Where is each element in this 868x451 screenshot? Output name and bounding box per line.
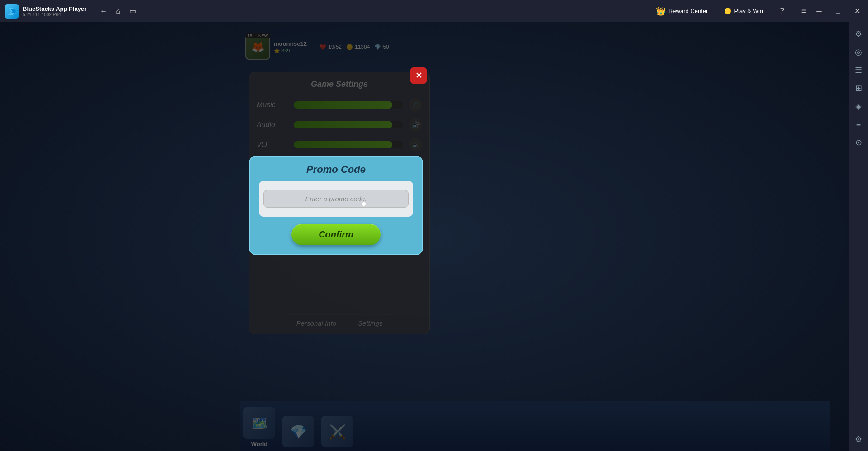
sidebar-display-icon[interactable]: ◎ [850, 44, 867, 60]
promo-input-area [259, 181, 413, 217]
sidebar-camera-icon[interactable]: ⊙ [850, 134, 867, 151]
title-bar-center: 👑 Reward Center 🟡 Play & Win ? ≡ [652, 5, 810, 18]
title-bar: BlueStacks App Player 5.21.111.1002 P64 … [0, 0, 868, 22]
reward-center-button[interactable]: 👑 Reward Center [652, 5, 711, 18]
play-win-label: Play & Win [734, 8, 763, 14]
app-title: BlueStacks App Player [23, 5, 86, 12]
sidebar-resize-icon[interactable]: ≡ [850, 116, 867, 133]
menu-button[interactable]: ≡ [797, 5, 810, 18]
tabs-button[interactable]: ▭ [126, 5, 139, 18]
promo-code-input[interactable] [263, 190, 409, 208]
play-win-icon: 🟡 [724, 8, 731, 14]
play-win-button[interactable]: 🟡 Play & Win [720, 6, 767, 16]
sidebar-apps-icon[interactable]: ⊞ [850, 80, 867, 96]
dark-overlay [0, 22, 849, 451]
reward-center-label: Reward Center [668, 8, 708, 14]
game-area: 🦊 15 — NEW moonrise12 ⭐ 339 ❤️19/52 🪙113… [0, 22, 849, 451]
sidebar-tools-icon[interactable]: ◈ [850, 98, 867, 114]
reward-icon: 👑 [656, 6, 666, 16]
help-button[interactable]: ? [776, 5, 788, 18]
sidebar-performance-icon[interactable]: ☰ [850, 62, 867, 78]
minimize-button[interactable]: ─ [810, 4, 828, 19]
right-sidebar: ⚙ ◎ ☰ ⊞ ◈ ≡ ⊙ ⋯ ⚙ [849, 22, 868, 451]
promo-code-dialog: Promo Code Confirm [249, 156, 423, 255]
app-title-group: BlueStacks App Player 5.21.111.1002 P64 [23, 5, 86, 17]
close-button[interactable]: ✕ [848, 4, 866, 19]
sidebar-bottom-settings-icon[interactable]: ⚙ [850, 431, 867, 447]
nav-buttons: ← ⌂ ▭ [97, 5, 139, 18]
sidebar-settings-icon[interactable]: ⚙ [850, 26, 867, 42]
game-settings-close-button[interactable]: ✕ [410, 67, 427, 84]
maximize-button[interactable]: □ [829, 4, 847, 19]
title-bar-left: BlueStacks App Player 5.21.111.1002 P64 … [0, 4, 652, 19]
app-logo [5, 4, 19, 19]
app-subtitle: 5.21.111.1002 P64 [23, 12, 86, 17]
home-button[interactable]: ⌂ [112, 5, 124, 18]
back-button[interactable]: ← [97, 5, 110, 18]
confirm-button[interactable]: Confirm [291, 224, 381, 245]
sidebar-more-icon[interactable]: ⋯ [850, 152, 867, 169]
window-controls: ─ □ ✕ [810, 4, 868, 19]
promo-dialog-title: Promo Code [306, 164, 366, 176]
